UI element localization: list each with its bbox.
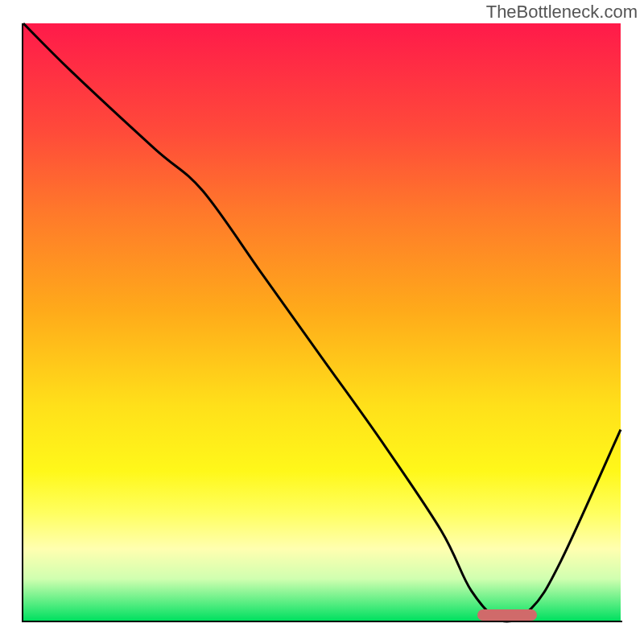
y-axis-line — [22, 23, 23, 622]
optimal-range-marker — [477, 609, 537, 621]
chart-container: TheBottleneck.com — [0, 0, 644, 644]
x-axis-line — [22, 621, 622, 622]
bottleneck-curve-path — [23, 23, 621, 621]
watermark-text: TheBottleneck.com — [486, 2, 638, 23]
curve-svg — [23, 23, 621, 621]
